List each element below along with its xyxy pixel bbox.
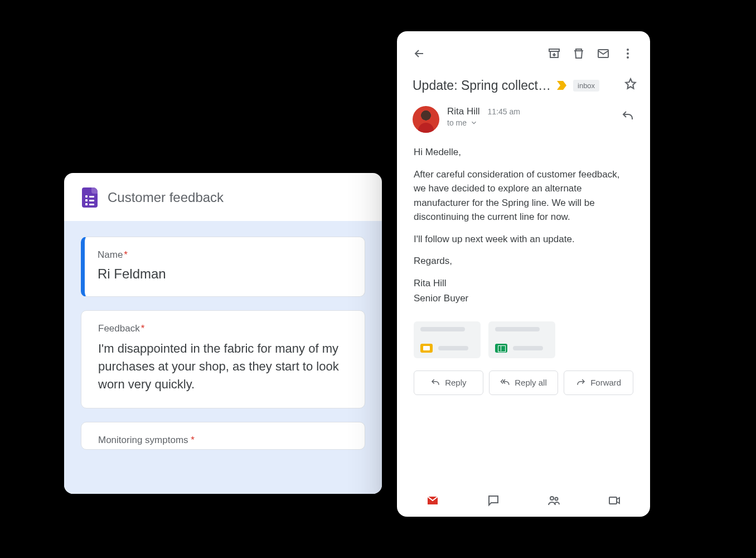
nav-meet-icon[interactable]	[606, 493, 623, 508]
sender-name: Rita Hill	[447, 106, 480, 117]
form-question-monitoring[interactable]: Monitoring symptoms *	[81, 422, 365, 450]
nav-chat-icon[interactable]	[485, 493, 502, 508]
sender-info: Rita Hill 11:45 am to me	[447, 106, 610, 127]
archive-icon[interactable]	[544, 44, 564, 64]
question-label-text: Feedback	[98, 323, 140, 334]
reply-all-label: Reply all	[515, 378, 547, 387]
svg-point-4	[627, 56, 629, 59]
required-asterisk: *	[124, 249, 128, 260]
reply-label: Reply	[445, 378, 466, 387]
forms-header: Customer feedback	[64, 173, 382, 221]
required-asterisk: *	[141, 323, 145, 334]
importance-marker-icon[interactable]	[556, 80, 568, 90]
attachment-sheets[interactable]	[488, 321, 555, 358]
svg-rect-0	[549, 49, 559, 51]
placeholder-bar	[438, 346, 468, 350]
email-subject: Update: Spring collect…	[413, 78, 551, 93]
signature-title: Senior Buyer	[414, 291, 633, 306]
question-label: Feedback*	[98, 323, 348, 334]
placeholder-bar	[495, 327, 540, 331]
forms-title: Customer feedback	[108, 190, 224, 205]
reply-button[interactable]: Reply	[414, 371, 483, 395]
gmail-bottom-nav	[397, 487, 650, 517]
sender-avatar[interactable]	[413, 106, 439, 133]
sender-to: to me	[447, 118, 467, 127]
chevron-down-icon	[470, 119, 478, 127]
form-question-name[interactable]: Name* Ri Feldman	[81, 237, 365, 297]
email-closing: Regards,	[414, 254, 633, 268]
svg-point-6	[555, 498, 558, 501]
email-body: Hi Medelle, After careful consideration …	[397, 137, 650, 316]
gmail-toolbar	[397, 31, 650, 71]
svg-rect-7	[609, 497, 617, 504]
reply-all-button[interactable]: Reply all	[489, 371, 559, 395]
question-value[interactable]: I'm disappointed in the fabric for many …	[98, 340, 348, 393]
mail-icon[interactable]	[593, 44, 613, 64]
back-arrow-icon[interactable]	[409, 44, 429, 64]
forms-card: Customer feedback Name* Ri Feldman Feedb…	[64, 173, 382, 494]
question-value[interactable]: Ri Feldman	[98, 266, 348, 282]
signature-name: Rita Hill	[414, 276, 633, 291]
question-label-text: Monitoring symptoms	[98, 435, 188, 445]
forms-logo-icon	[82, 187, 98, 208]
delete-icon[interactable]	[569, 44, 589, 64]
sheets-icon	[495, 344, 507, 353]
form-question-feedback[interactable]: Feedback* I'm disappointed in the fabric…	[81, 310, 365, 408]
placeholder-bar	[513, 346, 543, 350]
nav-mail-icon[interactable]	[424, 493, 441, 508]
question-label-text: Name	[98, 249, 123, 260]
reply-icon[interactable]	[618, 106, 638, 126]
sender-row: Rita Hill 11:45 am to me	[397, 96, 650, 137]
svg-point-2	[627, 49, 629, 51]
placeholder-bar	[420, 327, 465, 331]
email-paragraph: After careful consideration of customer …	[414, 167, 633, 224]
nav-spaces-icon[interactable]	[545, 493, 562, 508]
sender-time: 11:45 am	[488, 107, 520, 116]
question-label: Monitoring symptoms *	[98, 435, 348, 446]
slides-icon	[420, 344, 433, 353]
forward-label: Forward	[590, 378, 621, 387]
svg-point-3	[627, 52, 629, 55]
inbox-chip[interactable]: inbox	[573, 80, 599, 92]
required-asterisk: *	[191, 435, 195, 445]
email-paragraph: I'll follow up next week with an update.	[414, 232, 633, 247]
gmail-card: Update: Spring collect… inbox Rita Hill …	[397, 31, 650, 517]
subject-row: Update: Spring collect… inbox	[397, 71, 650, 96]
recipient-toggle[interactable]: to me	[447, 118, 610, 127]
reply-buttons: Reply Reply all Forward	[397, 366, 650, 403]
forms-body: Name* Ri Feldman Feedback* I'm disappoin…	[64, 221, 382, 494]
question-label: Name*	[98, 249, 348, 261]
email-greeting: Hi Medelle,	[414, 145, 633, 160]
svg-point-5	[550, 497, 554, 500]
attachments	[397, 316, 650, 366]
attachment-slides[interactable]	[414, 321, 481, 358]
more-icon[interactable]	[618, 44, 638, 64]
forward-button[interactable]: Forward	[564, 371, 633, 395]
star-icon[interactable]	[623, 77, 638, 94]
